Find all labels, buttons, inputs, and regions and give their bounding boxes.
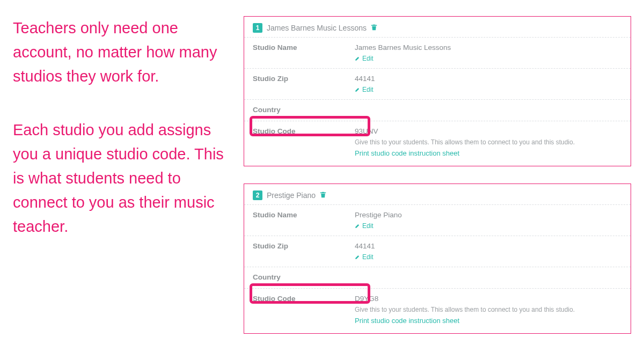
label-studio-zip: Studio Zip (253, 75, 355, 93)
studios-column: 1 James Barnes Music Lessons Studio Name… (244, 16, 631, 336)
value-studio-zip: 44141 (355, 242, 622, 250)
pencil-icon (355, 223, 360, 229)
studio-title: James Barnes Music Lessons (267, 24, 367, 32)
explanatory-text: Teachers only need one account, no matte… (13, 16, 244, 336)
row-studio-name: Studio Name Prestige Piano Edit (244, 204, 631, 236)
label-country: Country (253, 106, 355, 115)
label-studio-name: Studio Name (253, 211, 355, 230)
row-studio-code: Studio Code D9YG8 Give this to your stud… (244, 288, 631, 333)
studio-number-badge: 2 (253, 190, 262, 200)
row-studio-zip: Studio Zip 44141 Edit (244, 68, 631, 99)
edit-studio-zip[interactable]: Edit (355, 253, 622, 261)
studio-title: Prestige Piano (267, 191, 316, 200)
trash-icon[interactable] (320, 190, 326, 200)
studio-card-1: 1 James Barnes Music Lessons Studio Name… (244, 16, 631, 166)
studio-code-help: Give this to your students. This allows … (355, 138, 622, 146)
value-studio-zip: 44141 (355, 75, 622, 83)
row-studio-name: Studio Name James Barnes Music Lessons E… (244, 37, 631, 68)
paragraph-2: Each studio you add assigns you a unique… (13, 118, 231, 239)
value-studio-code: D9YG8 (355, 295, 622, 303)
print-instruction-link[interactable]: Print studio code instruction sheet (355, 149, 622, 157)
studio-code-help: Give this to your students. This allows … (355, 306, 622, 313)
studio-card-2: 2 Prestige Piano Studio Name Prestige Pi… (244, 184, 631, 334)
card-header: 2 Prestige Piano (244, 184, 631, 204)
paragraph-1: Teachers only need one account, no matte… (13, 16, 231, 89)
card-header: 1 James Barnes Music Lessons (244, 17, 631, 37)
label-studio-name: Studio Name (253, 43, 355, 62)
studio-number-badge: 1 (253, 23, 262, 33)
row-studio-code: Studio Code 93UNV Give this to your stud… (244, 121, 631, 166)
row-country: Country (244, 267, 631, 288)
print-instruction-link[interactable]: Print studio code instruction sheet (355, 317, 622, 325)
pencil-icon (355, 87, 360, 92)
label-studio-code: Studio Code (253, 127, 355, 157)
label-studio-zip: Studio Zip (253, 242, 355, 261)
label-country: Country (253, 273, 355, 282)
row-country: Country (244, 99, 631, 121)
pencil-icon (355, 56, 360, 61)
trash-icon[interactable] (371, 23, 377, 33)
row-studio-zip: Studio Zip 44141 Edit (244, 236, 631, 267)
value-studio-name: James Barnes Music Lessons (355, 43, 622, 52)
label-studio-code: Studio Code (253, 295, 355, 325)
value-studio-name: Prestige Piano (355, 211, 622, 219)
value-studio-code: 93UNV (355, 127, 622, 135)
edit-studio-name[interactable]: Edit (355, 222, 622, 230)
edit-studio-name[interactable]: Edit (355, 55, 622, 62)
pencil-icon (355, 254, 360, 260)
edit-studio-zip[interactable]: Edit (355, 86, 622, 93)
